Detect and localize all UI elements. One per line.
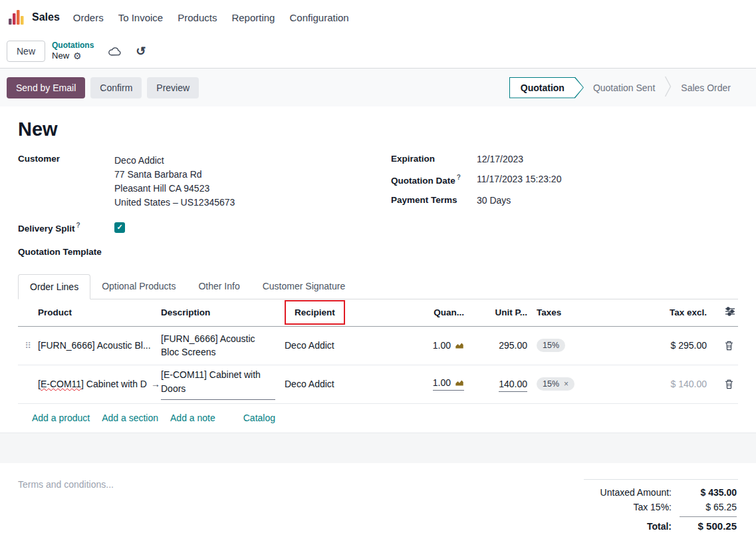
list-footer-links: Add a product Add a section Add a note C… — [18, 404, 738, 433]
order-line-row: ⠿ [FURN_6666] Acoustic Bl... [FURN_6666]… — [18, 327, 738, 365]
odoo-sales-logo-icon — [8, 9, 25, 26]
nav-item-products[interactable]: Products — [178, 12, 217, 23]
taxes-cell[interactable]: 15%× — [527, 377, 617, 391]
total-row: Total: $ 500.25 — [584, 514, 738, 534]
catalog-link[interactable]: Catalog — [243, 413, 275, 423]
stage-separator-icon — [664, 75, 672, 100]
unit-price-cell[interactable]: 295.00 — [464, 340, 527, 351]
payment-terms-label: Payment Terms — [391, 195, 477, 206]
app-name: Sales — [32, 11, 60, 23]
breadcrumb-quotations-link[interactable]: Quotations — [52, 41, 94, 51]
tab-customer-signature[interactable]: Customer Signature — [251, 274, 357, 299]
notebook-tabs: Order Lines Optional Products Other Info… — [18, 274, 738, 299]
breadcrumb-bar: New Quotations New ⚙ ↺ — [0, 35, 756, 69]
recipient-cell[interactable]: Deco Addict — [285, 379, 394, 389]
nav-item-configuration[interactable]: Configuration — [289, 12, 348, 23]
forecast-chart-icon[interactable] — [455, 341, 464, 350]
form-sheet: New Customer Deco Addict 77 Santa Barbar… — [0, 106, 756, 534]
product-cell[interactable]: [FURN_6666] Acoustic Bl... — [38, 340, 161, 351]
tax-label: Tax 15%: — [633, 502, 672, 512]
tab-order-lines[interactable]: Order Lines — [18, 274, 90, 299]
preview-button[interactable]: Preview — [147, 77, 199, 98]
delete-row-icon[interactable] — [724, 379, 738, 389]
pipeline-stages: Quotation Quotation Sent Sales Order — [509, 75, 740, 100]
remove-tag-icon[interactable]: × — [564, 379, 568, 389]
misspelled-word: E-COM11 — [41, 379, 81, 389]
stage-sales-order[interactable]: Sales Order — [672, 77, 740, 98]
total-value: $ 500.25 — [680, 516, 737, 532]
add-a-section-link[interactable]: Add a section — [102, 413, 158, 423]
section-divider — [0, 433, 756, 463]
status-bar: Send by Email Confirm Preview Quotation … — [0, 69, 756, 106]
customer-address-line2: Pleasant Hill CA 94523 — [114, 182, 235, 196]
add-a-note-link[interactable]: Add a note — [170, 413, 215, 423]
order-lines-header: Product Description Recipient Quan... Un… — [18, 299, 738, 327]
confirm-button[interactable]: Confirm — [90, 77, 142, 98]
gear-icon[interactable]: ⚙ — [73, 51, 82, 63]
unit-price-cell[interactable]: 140.00 — [464, 379, 527, 389]
drag-handle-icon[interactable]: ⠿ — [18, 341, 38, 351]
delete-row-icon[interactable] — [724, 340, 738, 351]
stage-quotation-sent[interactable]: Quotation Sent — [584, 77, 664, 98]
breadcrumb: Quotations New ⚙ — [52, 41, 94, 63]
taxes-cell[interactable]: 15% — [527, 339, 617, 352]
send-by-email-button[interactable]: Send by Email — [7, 77, 85, 98]
terms-and-conditions-field[interactable]: Terms and conditions... — [18, 479, 114, 534]
stage-quotation[interactable]: Quotation — [509, 77, 584, 98]
tax-value: $ 65.25 — [680, 502, 737, 512]
col-header-recipient[interactable]: Recipient — [285, 300, 345, 325]
internal-link-arrow-icon[interactable]: → — [151, 379, 160, 389]
quantity-cell[interactable]: 1.00 — [394, 377, 464, 391]
quotation-date-label: Quotation Date? — [391, 174, 477, 186]
totals-block: Untaxed Amount: $ 435.00 Tax 15%: $ 65.2… — [584, 479, 738, 534]
delivery-split-checkbox[interactable]: ✓ — [114, 222, 125, 233]
quantity-cell[interactable]: 1.00 — [394, 340, 464, 351]
total-label: Total: — [647, 521, 672, 532]
record-title[interactable]: New — [18, 118, 738, 140]
customer-name: Deco Addict — [114, 154, 235, 168]
customer-address-line1: 77 Santa Barbara Rd — [114, 168, 235, 182]
col-header-description[interactable]: Description — [161, 307, 285, 317]
nav-item-to-invoice[interactable]: To Invoice — [118, 12, 164, 23]
discard-icon[interactable]: ↺ — [136, 44, 146, 59]
tab-other-info[interactable]: Other Info — [187, 274, 251, 299]
left-field-column: Customer Deco Addict 77 Santa Barbara Rd… — [18, 154, 391, 257]
col-header-unit-price[interactable]: Unit P... — [464, 307, 527, 317]
tab-optional-products[interactable]: Optional Products — [90, 274, 187, 299]
untaxed-amount-label: Untaxed Amount: — [600, 487, 672, 498]
payment-terms-field[interactable]: 30 Days — [477, 195, 511, 206]
quotation-date-field[interactable]: 11/17/2023 15:23:20 — [477, 174, 561, 186]
col-header-taxes[interactable]: Taxes — [527, 307, 617, 317]
order-line-row: [E-COM11] Cabinet with D→ [E-COM11] Cabi… — [18, 365, 738, 404]
col-header-subtotal[interactable]: Tax excl. — [617, 307, 707, 317]
product-cell[interactable]: [E-COM11] Cabinet with D→ — [38, 379, 161, 389]
quotation-template-label: Quotation Template — [18, 247, 114, 257]
nav-item-reporting[interactable]: Reporting — [231, 12, 275, 23]
recipient-cell[interactable]: Deco Addict — [285, 340, 394, 351]
save-cloud-icon[interactable] — [108, 47, 121, 57]
description-cell[interactable]: [FURN_6666] Acoustic Bloc Screens — [161, 332, 285, 359]
col-header-quantity[interactable]: Quan... — [394, 307, 464, 317]
tax-row: Tax 15%: $ 65.25 — [584, 500, 738, 514]
expiration-field[interactable]: 12/17/2023 — [477, 154, 523, 164]
delivery-split-label: Delivery Split? — [18, 222, 114, 234]
app-brand[interactable]: Sales — [8, 9, 60, 26]
untaxed-amount-value: $ 435.00 — [680, 487, 737, 498]
main-menu: Orders To Invoice Products Reporting Con… — [73, 12, 349, 23]
expiration-label: Expiration — [391, 154, 477, 164]
nav-item-orders[interactable]: Orders — [73, 12, 104, 23]
untaxed-amount-row: Untaxed Amount: $ 435.00 — [584, 485, 738, 500]
sheet-footer: Terms and conditions... Untaxed Amount: … — [18, 463, 738, 534]
help-tooltip-icon: ? — [76, 222, 80, 229]
breadcrumb-current: New — [52, 51, 69, 61]
optional-columns-icon[interactable] — [725, 306, 738, 319]
add-a-product-link[interactable]: Add a product — [32, 413, 90, 423]
right-field-column: Expiration 12/17/2023 Quotation Date? 11… — [391, 154, 738, 257]
forecast-chart-icon[interactable] — [455, 379, 464, 387]
help-tooltip-icon: ? — [457, 174, 461, 181]
description-cell[interactable]: [E-COM11] Cabinet with Doors — [161, 368, 275, 400]
new-button[interactable]: New — [7, 41, 45, 62]
customer-field[interactable]: Deco Addict 77 Santa Barbara Rd Pleasant… — [114, 154, 235, 210]
subtotal-cell: $ 295.00 — [617, 340, 707, 351]
col-header-product[interactable]: Product — [38, 307, 161, 317]
